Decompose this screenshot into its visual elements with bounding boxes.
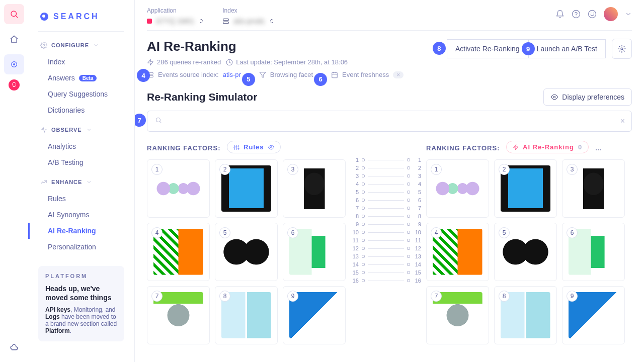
rail-bulb-icon[interactable] xyxy=(9,79,20,90)
rank-rung: 55 xyxy=(351,188,421,196)
ai-reranking-chip[interactable]: AI Re-Ranking0 xyxy=(506,141,589,153)
product-card[interactable]: 3 xyxy=(562,159,625,218)
svg-point-7 xyxy=(589,11,596,18)
section-label: CONFIGURE xyxy=(51,42,89,48)
bell-icon[interactable] xyxy=(555,10,565,19)
help-icon[interactable] xyxy=(572,10,581,19)
display-preferences-button[interactable]: Display preferences xyxy=(543,88,632,106)
settings-button[interactable] xyxy=(612,39,632,59)
rail-search-icon[interactable] xyxy=(4,4,24,24)
rank-number: 2 xyxy=(499,164,510,175)
tag-freshness[interactable]: Event freshness× xyxy=(331,71,404,78)
svg-point-2 xyxy=(14,64,15,65)
rank-number: 7 xyxy=(151,291,163,302)
rail-cloud-icon[interactable] xyxy=(4,338,24,358)
product-card[interactable]: 3 xyxy=(283,159,346,218)
nav-ab-testing[interactable]: A/B Testing xyxy=(28,154,134,170)
nav-personalization[interactable]: Personalization xyxy=(28,239,134,255)
launch-ab-test-button[interactable]: Launch an A/B Test xyxy=(528,39,606,58)
calendar-icon xyxy=(331,71,338,78)
more-icon[interactable]: … xyxy=(595,144,602,152)
rank-number: 5 xyxy=(219,227,230,238)
product-card[interactable]: 1 xyxy=(426,159,489,218)
svg-point-3 xyxy=(43,44,45,46)
index-value: atis-prods xyxy=(233,17,264,25)
product-card[interactable]: 1 xyxy=(147,159,210,218)
rank-number: 1 xyxy=(151,164,163,175)
icon-rail xyxy=(0,0,28,362)
nav-query-suggestions[interactable]: Query Suggestions xyxy=(28,86,134,102)
rank-rung: 88 xyxy=(351,212,421,220)
application-value: A7YQ 1M01 xyxy=(156,17,194,25)
beta-badge: Beta xyxy=(79,75,97,81)
product-card[interactable]: 8 xyxy=(215,286,278,344)
nav-ai-synonyms[interactable]: AI Synonyms xyxy=(28,207,134,223)
product-card[interactable]: 6 xyxy=(283,223,346,281)
section-observe[interactable]: OBSERVE xyxy=(28,123,134,136)
nav-rules[interactable]: Rules xyxy=(28,191,134,207)
brand: SEARCH xyxy=(28,8,134,31)
svg-point-12 xyxy=(621,48,623,50)
smile-icon[interactable] xyxy=(588,10,597,19)
nav-answers[interactable]: AnswersBeta xyxy=(28,70,134,86)
clock-icon xyxy=(226,59,233,66)
topbar: Application A7YQ 1M01 Index atis-prods xyxy=(135,0,644,30)
application-selector[interactable]: Application A7YQ 1M01 xyxy=(147,7,204,25)
chevron-down-icon[interactable] xyxy=(625,11,632,18)
factors-label: RANKING FACTORS: xyxy=(147,144,220,152)
rail-home-icon[interactable] xyxy=(4,29,24,49)
simulator-search-input[interactable] xyxy=(147,111,632,132)
rank-rung: 1515 xyxy=(351,268,421,277)
rules-chip[interactable]: Rules xyxy=(227,141,280,153)
rank-rung: 99 xyxy=(351,220,421,228)
rank-rung: 1010 xyxy=(351,228,421,236)
close-icon[interactable]: × xyxy=(393,71,404,78)
index-selector[interactable]: Index atis-prods xyxy=(222,7,274,25)
product-card[interactable]: 7 xyxy=(147,286,210,344)
annotation-7: 7 xyxy=(135,114,146,127)
rank-ladder: 1122334455667788991010111112121313141415… xyxy=(351,141,421,362)
rank-rung: 44 xyxy=(351,180,421,188)
rank-number: 3 xyxy=(567,164,578,175)
section-label: OBSERVE xyxy=(51,127,82,133)
rank-number: 7 xyxy=(431,291,442,302)
brand-text: SEARCH xyxy=(53,12,100,21)
product-card[interactable]: 5 xyxy=(215,223,278,281)
rank-number: 8 xyxy=(219,291,230,302)
activate-reranking-button[interactable]: Activate Re-Ranking xyxy=(447,39,528,58)
tag-facets[interactable]: Browsing facet xyxy=(259,71,313,78)
svg-rect-5 xyxy=(223,22,229,24)
filter-icon xyxy=(259,71,266,78)
svg-point-6 xyxy=(573,11,580,18)
section-configure[interactable]: CONFIGURE xyxy=(28,39,134,52)
nav-index[interactable]: Index xyxy=(28,54,134,70)
platform-tag: PLATFORM xyxy=(45,273,117,279)
rank-rung: 33 xyxy=(351,172,421,180)
product-card[interactable]: 9 xyxy=(283,286,346,344)
nav-analytics[interactable]: Analytics xyxy=(28,138,134,154)
rail-target-icon[interactable] xyxy=(4,54,24,74)
nav-ai-reranking[interactable]: AI Re-Ranking xyxy=(28,223,134,239)
avatar[interactable] xyxy=(604,7,618,21)
rank-number: 3 xyxy=(287,164,298,175)
rank-rung: 66 xyxy=(351,196,421,204)
eye-icon xyxy=(551,94,558,101)
product-card[interactable]: 7 xyxy=(426,286,489,344)
section-enhance[interactable]: ENHANCE xyxy=(28,175,134,189)
svg-rect-4 xyxy=(223,19,229,21)
rank-number: 5 xyxy=(499,227,510,238)
tag-source[interactable]: Events source index: atis-pr xyxy=(147,71,241,78)
product-card[interactable]: 2 xyxy=(494,159,557,218)
product-card[interactable]: 2 xyxy=(215,159,278,218)
gear-icon xyxy=(618,45,626,53)
selector-icon xyxy=(198,18,204,24)
nav-dictionaries[interactable]: Dictionaries xyxy=(28,102,134,118)
product-card[interactable]: 4 xyxy=(147,223,210,281)
product-card[interactable]: 5 xyxy=(494,223,557,281)
product-card[interactable]: 8 xyxy=(494,286,557,344)
sidebar: SEARCH CONFIGURE Index AnswersBeta Query… xyxy=(28,0,135,362)
product-card[interactable]: 9 xyxy=(562,286,625,344)
product-card[interactable]: 4 xyxy=(426,223,489,281)
product-card[interactable]: 6 xyxy=(562,223,625,281)
clear-icon[interactable]: × xyxy=(620,117,625,126)
